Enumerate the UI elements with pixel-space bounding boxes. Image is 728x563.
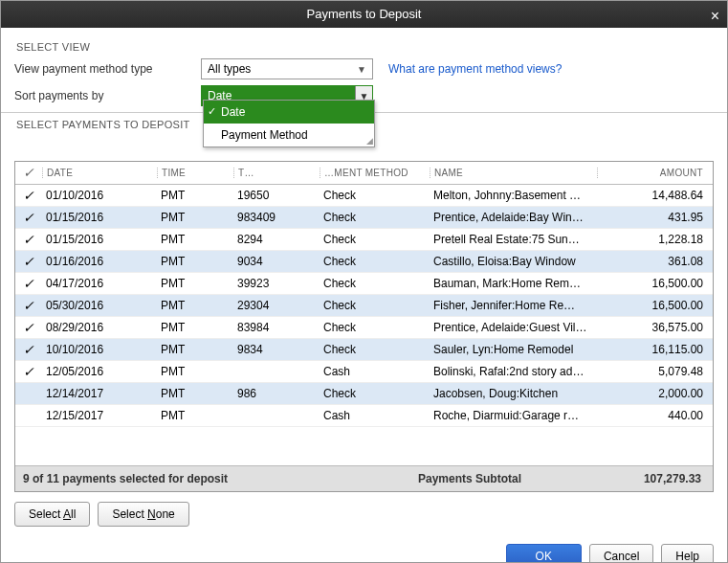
- dialog-content: SELECT VIEW View payment method type All…: [1, 28, 727, 563]
- row-amount: 5,079.48: [597, 365, 713, 378]
- table-header: ✓ DATE TIME T… …MENT METHOD NAME AMOUNT: [15, 162, 713, 185]
- col-select[interactable]: ✓: [15, 165, 42, 181]
- title-bar: Payments to Deposit ×: [1, 1, 727, 28]
- row-time: PMT: [157, 321, 233, 334]
- row-date: 12/15/2017: [42, 409, 157, 422]
- row-number: 9034: [233, 255, 320, 268]
- row-date: 12/14/2017: [42, 387, 157, 400]
- row-time: PMT: [157, 343, 233, 356]
- table-row[interactable]: ✓12/05/2016PMTCashBolinski, Rafal:2nd st…: [15, 361, 713, 383]
- table-row[interactable]: ✓01/15/2016PMT8294CheckPretell Real Esta…: [15, 229, 713, 251]
- row-method: Check: [320, 277, 430, 290]
- row-time: PMT: [157, 277, 233, 290]
- row-date: 12/05/2016: [42, 365, 157, 378]
- row-amount: 36,575.00: [597, 321, 713, 334]
- row-number: 983409: [233, 211, 320, 224]
- row-date: 04/17/2016: [42, 277, 157, 290]
- sort-option-payment-method[interactable]: Payment Method: [204, 124, 374, 146]
- table-row[interactable]: ✓08/29/2016PMT83984CheckPrentice, Adelai…: [15, 317, 713, 339]
- subtotal-label: Payments Subtotal: [418, 472, 590, 485]
- row-method: Check: [320, 343, 430, 356]
- col-date[interactable]: DATE: [42, 168, 157, 178]
- table-row[interactable]: ✓05/30/2016PMT29304CheckFisher, Jennifer…: [15, 295, 713, 317]
- sort-option-date[interactable]: Date: [204, 101, 374, 124]
- row-checkmark[interactable]: ✓: [15, 232, 42, 248]
- row-time: PMT: [157, 409, 233, 422]
- row-amount: 16,500.00: [597, 277, 713, 290]
- col-time[interactable]: TIME: [157, 168, 233, 178]
- cancel-button[interactable]: Cancel: [589, 544, 653, 563]
- row-name: Prentice, Adelaide:Bay Win…: [430, 211, 597, 224]
- view-method-row: View payment method type All types ▼ Wha…: [14, 58, 714, 79]
- dialog-actions: OK Cancel Help: [14, 544, 714, 563]
- col-number[interactable]: T…: [233, 168, 320, 178]
- row-checkmark[interactable]: ✓: [15, 210, 42, 226]
- subtotal-value: 107,279.33: [590, 472, 705, 485]
- row-checkmark[interactable]: ✓: [15, 364, 42, 380]
- select-all-button[interactable]: Select All: [14, 502, 90, 527]
- row-method: Cash: [320, 365, 430, 378]
- close-icon[interactable]: ×: [711, 3, 719, 30]
- row-number: 986: [233, 387, 320, 400]
- row-time: PMT: [157, 233, 233, 246]
- row-method: Check: [320, 189, 430, 202]
- row-name: Melton, Johnny:Basement …: [430, 189, 597, 202]
- row-method: Check: [320, 233, 430, 246]
- col-name[interactable]: NAME: [430, 168, 597, 178]
- row-checkmark[interactable]: ✓: [15, 320, 42, 336]
- row-number: 39923: [233, 277, 320, 290]
- view-method-combo[interactable]: All types ▼: [201, 58, 373, 79]
- row-name: Bolinski, Rafal:2nd story ad…: [430, 365, 597, 378]
- row-name: Sauler, Lyn:Home Remodel: [430, 343, 597, 356]
- row-amount: 361.08: [597, 255, 713, 268]
- row-name: Fisher, Jennifer:Home Re…: [430, 299, 597, 312]
- row-name: Pretell Real Estate:75 Sun…: [430, 233, 597, 246]
- col-method[interactable]: …MENT METHOD: [320, 168, 430, 178]
- row-number: 9834: [233, 343, 320, 356]
- select-none-button[interactable]: Select None: [98, 502, 188, 527]
- sort-by-dropdown: Date Payment Method ◢: [203, 100, 375, 147]
- table-row[interactable]: ✓01/10/2016PMT19650CheckMelton, Johnny:B…: [15, 185, 713, 207]
- table-row[interactable]: ✓01/16/2016PMT9034CheckCastillo, Eloisa:…: [15, 251, 713, 273]
- row-date: 01/15/2016: [42, 233, 157, 246]
- help-button[interactable]: Help: [661, 544, 714, 563]
- view-method-label: View payment method type: [14, 62, 201, 76]
- selection-buttons: Select All Select None: [14, 502, 714, 527]
- row-amount: 431.95: [597, 211, 713, 224]
- row-checkmark[interactable]: ✓: [15, 254, 42, 270]
- row-amount: 16,500.00: [597, 299, 713, 312]
- chevron-down-icon: ▼: [357, 64, 366, 75]
- row-time: PMT: [157, 299, 233, 312]
- window-title: Payments to Deposit: [307, 7, 422, 21]
- row-amount: 440.00: [597, 409, 713, 422]
- row-checkmark[interactable]: ✓: [15, 188, 42, 204]
- row-amount: 14,488.64: [597, 189, 713, 202]
- row-time: PMT: [157, 255, 233, 268]
- table-row[interactable]: 12/15/2017PMTCashRoche, Diarmuid:Garage …: [15, 405, 713, 427]
- table-row[interactable]: ✓01/15/2016PMT983409CheckPrentice, Adela…: [15, 207, 713, 229]
- row-number: 29304: [233, 299, 320, 312]
- row-method: Check: [320, 387, 430, 400]
- row-name: Castillo, Eloisa:Bay Window: [430, 255, 597, 268]
- table-body: ✓01/10/2016PMT19650CheckMelton, Johnny:B…: [15, 185, 713, 427]
- table-filler: [15, 427, 713, 465]
- ok-button[interactable]: OK: [506, 544, 582, 563]
- selection-status: 9 of 11 payments selected for deposit: [23, 472, 418, 485]
- table-row[interactable]: ✓04/17/2016PMT39923CheckBauman, Mark:Hom…: [15, 273, 713, 295]
- row-checkmark[interactable]: ✓: [15, 276, 42, 292]
- col-amount[interactable]: AMOUNT: [597, 168, 713, 178]
- row-name: Roche, Diarmuid:Garage r…: [430, 409, 597, 422]
- row-method: Check: [320, 299, 430, 312]
- payments-table: ✓ DATE TIME T… …MENT METHOD NAME AMOUNT …: [14, 161, 714, 492]
- row-date: 01/16/2016: [42, 255, 157, 268]
- table-row[interactable]: ✓10/10/2016PMT9834CheckSauler, Lyn:Home …: [15, 339, 713, 361]
- payment-method-views-link[interactable]: What are payment method views?: [388, 62, 562, 76]
- row-number: 8294: [233, 233, 320, 246]
- row-checkmark[interactable]: ✓: [15, 342, 42, 358]
- row-time: PMT: [157, 211, 233, 224]
- row-name: Jacobsen, Doug:Kitchen: [430, 387, 597, 400]
- sort-by-label: Sort payments by: [14, 89, 201, 102]
- row-checkmark[interactable]: ✓: [15, 298, 42, 314]
- table-row[interactable]: 12/14/2017PMT986CheckJacobsen, Doug:Kitc…: [15, 383, 713, 405]
- row-method: Check: [320, 255, 430, 268]
